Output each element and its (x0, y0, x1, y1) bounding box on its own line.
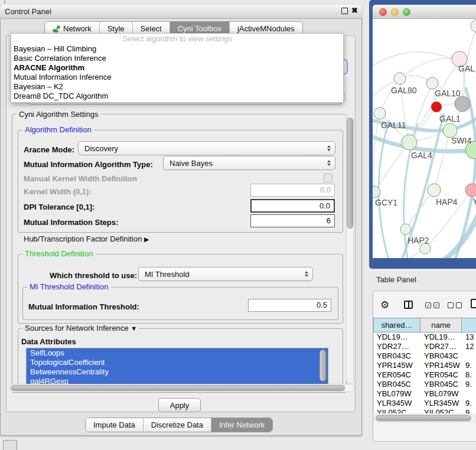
which-threshold-combo[interactable]: MI Threshold (138, 267, 313, 281)
file-icon[interactable] (471, 299, 476, 308)
tab-discretize-data[interactable]: Discretize Data (144, 418, 211, 432)
deselect-all-icon[interactable] (456, 302, 462, 308)
network-node[interactable] (374, 107, 386, 119)
algorithm-option[interactable]: Bayesian – Hill Climbing (11, 44, 343, 54)
table-row[interactable]: YER054CYER054C8. (374, 370, 476, 380)
table-hscroll-thumb[interactable] (376, 415, 471, 421)
settings-vscroll-thumb[interactable] (347, 118, 353, 229)
close-traffic-light[interactable] (379, 8, 387, 16)
network-node[interactable] (465, 184, 476, 197)
table-cell: 8. (462, 370, 476, 380)
table-row[interactable]: YDR27…YDR27…12 (374, 342, 476, 351)
mi-type-combo[interactable]: Naive Bayes (163, 156, 335, 170)
float-window-icon[interactable] (341, 8, 348, 14)
table-cell: YPR145W (421, 361, 462, 370)
table-cell: YBR043C (374, 351, 421, 361)
network-node[interactable] (428, 184, 441, 197)
column-header-a[interactable]: A (462, 318, 476, 332)
sources-expander[interactable]: Sources for Network Inference ▼ (22, 324, 139, 332)
dpi-tolerance-field[interactable]: 0.0 (250, 199, 335, 213)
manual-kernel-checkbox[interactable] (324, 174, 332, 182)
algorithm-dropdown[interactable]: Select algorithm to view settings Bayesi… (11, 33, 344, 103)
table-cell: YIL052C (374, 408, 421, 413)
which-threshold-value: MI Threshold (145, 270, 301, 279)
network-tab-icon (53, 25, 60, 32)
cyni-settings-group-label: Cyni Algorithm Settings (17, 110, 100, 119)
algorithm-option[interactable]: ARACNE Algorithm (11, 63, 343, 73)
table-cell (462, 389, 476, 399)
algorithm-option[interactable]: Mutual Information Inference (11, 73, 343, 82)
table-rows: YDL19…YDL19…13YDR27…YDR27…12YBR043CYBR04… (373, 332, 476, 413)
algorithm-options: Bayesian – Hill ClimbingBasic Correlatio… (11, 44, 343, 101)
table-row[interactable]: YLR345WYLR345W9. (374, 399, 476, 408)
apply-button[interactable]: Apply (158, 398, 201, 412)
network-canvas[interactable]: GALGAL80GAL10GAL11GAL1SWI4GAL4GCY1HAP4YH… (373, 19, 476, 258)
hub-definition-expander[interactable]: Hub/Transcription Factor Definition ▶ (24, 234, 149, 243)
table-row[interactable]: YBR043CYBR043C (374, 351, 476, 361)
chevron-up-down-icon (305, 271, 310, 277)
table-row[interactable]: YBR045CYBR045C9. (374, 380, 476, 389)
algorithm-option[interactable]: Bayesian – K2 (11, 82, 343, 92)
select-all-icon[interactable]: ✓ (425, 302, 431, 308)
down-triangle-icon: ▼ (131, 325, 137, 332)
data-attribute-item[interactable]: SelfLoops (27, 348, 328, 358)
table-cell (462, 351, 476, 361)
network-node[interactable] (455, 96, 470, 112)
aracne-mode-combo[interactable]: Discovery (78, 141, 335, 155)
data-attribute-item[interactable]: BetweennessCentrality (27, 367, 328, 377)
collapsed-panel-icon[interactable] (3, 440, 17, 450)
table-cell: YBL079W (421, 389, 462, 399)
gear-icon[interactable]: ⚙ (380, 300, 389, 310)
table-row[interactable]: YBL079WYBL079W (374, 389, 476, 399)
table-cell: YPR145W (374, 361, 421, 370)
network-node[interactable] (426, 77, 438, 89)
algorithm-option[interactable]: Dream8 DC_TDC Algorithm (11, 92, 343, 101)
dropdown-placeholder: Select algorithm to view settings (11, 34, 343, 44)
screen: { "control_panel": { "title": "Control P… (0, 0, 476, 450)
table-cell: YDR27… (374, 342, 421, 351)
table-cell: 9. (462, 399, 476, 408)
table-cell: 12 (462, 342, 476, 351)
tab-label: Style (107, 24, 125, 33)
table-row[interactable]: YDL19…YDL19…13 (374, 332, 476, 342)
minimize-traffic-light[interactable] (391, 8, 399, 16)
kernel-width-label: Kernel Width (0,1): (24, 187, 92, 196)
table-cell: YLR345W (374, 399, 421, 408)
close-icon[interactable]: ✖ (351, 6, 358, 15)
aracne-mode-label: Aracne Mode: (24, 145, 74, 154)
network-node[interactable] (402, 135, 417, 150)
zoom-traffic-light[interactable] (403, 8, 410, 16)
column-header-shared[interactable]: shared… (373, 318, 420, 332)
node-label: HAP4 (436, 197, 458, 207)
table-cell: YIL052C (421, 408, 462, 413)
deselect-all-icon[interactable] (448, 302, 454, 308)
data-attributes-list: SelfLoopsTopologicalCoefficientBetweenne… (26, 348, 328, 385)
table-row[interactable]: YIL052CYIL052C9. (374, 408, 476, 413)
select-all-icon[interactable]: ✓ (433, 302, 439, 308)
algorithm-option[interactable]: Basic Correlation Inference (11, 54, 343, 63)
list-scrollbar-thumb[interactable] (319, 350, 326, 381)
mi-threshold-field[interactable]: 0.5 (248, 299, 331, 312)
settings-hscroll-thumb[interactable] (11, 385, 345, 391)
network-node[interactable] (431, 102, 442, 112)
tab-impute-data[interactable]: Impute Data (86, 418, 144, 432)
mi-steps-field[interactable]: 6 (250, 214, 335, 227)
network-node[interactable] (471, 19, 476, 32)
table-row[interactable]: YPR145WYPR145W9. (374, 361, 476, 370)
columns-icon[interactable] (404, 301, 413, 309)
tab-label: Cyni Toolbox (178, 24, 221, 33)
network-node[interactable] (400, 224, 411, 234)
table-cell: YER054C (374, 370, 421, 380)
tab-infer-network[interactable]: Infer Network (211, 418, 272, 432)
bottom-tabbar: Impute DataDiscretize DataInfer Network (85, 418, 273, 432)
table-cell: YER054C (421, 370, 462, 380)
table-cell: YLR345W (421, 399, 462, 408)
data-attributes-label: Data Attributes (21, 337, 76, 346)
node-label: GCY1 (375, 198, 397, 207)
data-attribute-item[interactable]: TopologicalCoefficient (27, 358, 328, 367)
mi-steps-label: Mutual Information Steps: (24, 218, 118, 227)
kernel-width-field[interactable]: 0.0 (250, 184, 335, 197)
network-node[interactable] (394, 73, 406, 84)
column-header-name[interactable]: name (420, 318, 462, 332)
threshold-definition-label: Threshold Definition (22, 250, 96, 258)
